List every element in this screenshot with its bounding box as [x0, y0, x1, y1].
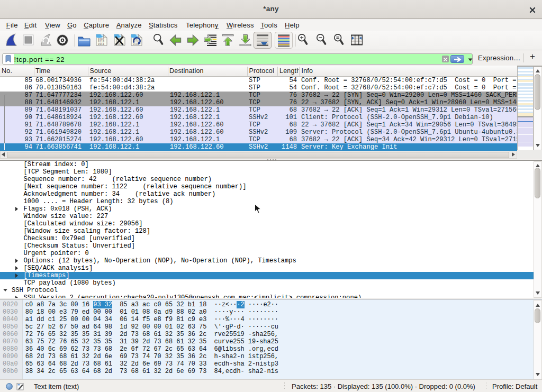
svg-text:0111: 0111 [98, 43, 104, 45]
